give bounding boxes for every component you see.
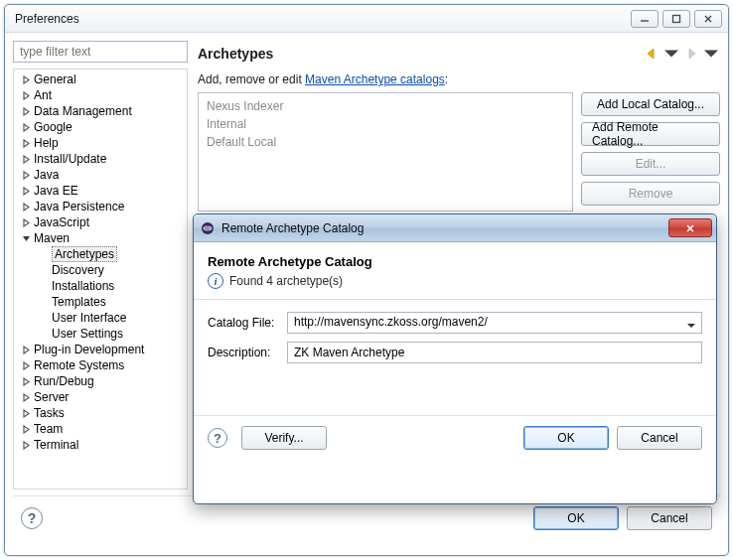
dialog-footer: ? Verify... OK Cancel [194, 415, 716, 450]
tree-item-label: Java Persistence [34, 200, 124, 213]
ok-button[interactable]: OK [533, 506, 619, 530]
tree-item-label: Templates [52, 295, 106, 309]
page-instruction: Add, remove or edit Maven Archetype cata… [198, 72, 720, 86]
tree-item-label: Run/Debug [34, 374, 94, 388]
tree-item-label: Installations [52, 279, 114, 293]
description-input[interactable] [287, 342, 702, 363]
tree-item[interactable]: Run/Debug [14, 373, 187, 389]
tree-expand-icon[interactable] [20, 153, 32, 165]
catalog-buttons: Add Local Catalog... Add Remote Catalog.… [581, 92, 720, 211]
tree-expand-icon[interactable] [20, 423, 32, 435]
tree-item-label: Team [34, 422, 63, 436]
add-remote-catalog-button[interactable]: Add Remote Catalog... [581, 122, 720, 146]
tree-item[interactable]: Team [14, 421, 187, 437]
add-local-catalog-button[interactable]: Add Local Catalog... [581, 92, 720, 116]
filter-input[interactable] [13, 41, 188, 63]
tree-item-label: General [34, 72, 76, 86]
dialog-close-button[interactable] [668, 218, 712, 237]
chevron-down-icon [687, 319, 695, 333]
cancel-button[interactable]: Cancel [627, 506, 712, 530]
edit-catalog-button: Edit... [581, 152, 720, 176]
tree-expand-icon[interactable] [20, 169, 32, 181]
page-nav [643, 45, 720, 63]
close-button[interactable] [694, 10, 722, 28]
tree-expand-icon[interactable] [20, 407, 32, 419]
tree-item[interactable]: Terminal [14, 437, 187, 453]
dialog-ok-button[interactable]: OK [523, 426, 609, 450]
tree-item[interactable]: Remote Systems [14, 357, 187, 373]
tree-item-label: Ant [34, 88, 52, 102]
remove-catalog-button: Remove [581, 182, 720, 206]
help-icon[interactable]: ? [21, 507, 43, 529]
tree-item-label: Server [34, 390, 69, 404]
tree-item[interactable]: Templates [32, 294, 187, 310]
tree-item[interactable]: Server [14, 389, 187, 405]
dialog-help-icon[interactable]: ? [208, 428, 227, 448]
eclipse-icon [200, 220, 216, 236]
tree-item[interactable]: User Settings [32, 326, 187, 342]
dialog-body: Remote Archetype Catalog i Found 4 arche… [194, 242, 716, 460]
instruction-suffix: : [445, 72, 448, 86]
description-label: Description: [208, 346, 287, 359]
tree-expand-icon[interactable] [20, 89, 32, 101]
tree-expand-icon[interactable] [20, 201, 32, 212]
tree-expand-icon[interactable] [20, 137, 32, 149]
dialog-heading: Remote Archetype Catalog [208, 254, 702, 269]
nav-fwd-menu-icon[interactable] [702, 45, 720, 63]
tree-item[interactable]: Ant [14, 87, 187, 103]
verify-button[interactable]: Verify... [241, 426, 327, 450]
tree-item-label: Data Management [34, 104, 132, 118]
tree-collapse-icon[interactable] [20, 232, 32, 244]
tree-item[interactable]: Java EE [14, 183, 187, 199]
tree-item[interactable]: Tasks [14, 405, 187, 421]
tree-item[interactable]: Discovery [32, 262, 187, 278]
catalog-file-label: Catalog File: [208, 316, 287, 330]
tree-item[interactable]: Java [14, 167, 187, 183]
nav-back-icon[interactable] [643, 45, 660, 63]
tree-item[interactable]: Java Persistence [14, 199, 187, 214]
tree-item[interactable]: General [14, 71, 187, 87]
tree-expand-icon[interactable] [20, 359, 32, 371]
tree-item[interactable]: User Interface [32, 310, 187, 326]
tree-expand-icon[interactable] [20, 375, 32, 387]
svg-rect-0 [673, 15, 680, 22]
tree-item-label: Install/Update [34, 152, 106, 166]
catalog-file-combo[interactable]: http://mavensync.zkoss.org/maven2/ [287, 312, 702, 334]
tree-item[interactable]: Installations [32, 278, 187, 294]
maven-catalogs-link[interactable]: Maven Archetype catalogs [305, 72, 445, 86]
tree-expand-icon[interactable] [20, 105, 32, 117]
dialog-titlebar: Remote Archetype Catalog [194, 214, 716, 242]
maximize-button[interactable] [662, 10, 690, 28]
tree-expand-icon[interactable] [20, 391, 32, 403]
preferences-left-pane: GeneralAntData ManagementGoogleHelpInsta… [13, 41, 188, 490]
dialog-cancel-button[interactable]: Cancel [617, 426, 702, 450]
catalog-list[interactable]: Nexus IndexerInternalDefault Local [198, 92, 573, 211]
tree-expand-icon[interactable] [20, 185, 32, 197]
tree-item[interactable]: Data Management [14, 103, 187, 119]
nav-back-menu-icon[interactable] [662, 45, 680, 63]
tree-item-label: Java [34, 168, 59, 182]
tree-item[interactable]: Archetypes [32, 246, 187, 262]
tree-item[interactable]: JavaScript [14, 214, 187, 230]
tree-expand-icon[interactable] [20, 344, 32, 355]
tree-item[interactable]: Google [14, 119, 187, 135]
tree-item[interactable]: MavenArchetypesDiscoveryInstallationsTem… [14, 230, 187, 342]
catalog-item[interactable]: Nexus Indexer [207, 99, 564, 117]
tree-expand-icon[interactable] [20, 121, 32, 133]
catalog-item[interactable]: Internal [207, 117, 564, 135]
dialog-status-text: Found 4 archetype(s) [229, 274, 343, 288]
window-controls [631, 10, 722, 28]
preferences-tree[interactable]: GeneralAntData ManagementGoogleHelpInsta… [13, 69, 188, 490]
catalog-item[interactable]: Default Local [207, 135, 564, 153]
tree-expand-icon[interactable] [20, 439, 32, 451]
minimize-button[interactable] [631, 10, 659, 28]
catalog-file-value: http://mavensync.zkoss.org/maven2/ [294, 315, 488, 329]
tree-item-label: JavaScript [34, 215, 89, 229]
tree-item[interactable]: Plug-in Development [14, 342, 187, 357]
tree-item[interactable]: Install/Update [14, 151, 187, 167]
tree-item-label: User Settings [52, 327, 123, 341]
tree-item-label: Maven [34, 231, 70, 245]
tree-item[interactable]: Help [14, 135, 187, 151]
tree-expand-icon[interactable] [20, 73, 32, 85]
tree-expand-icon[interactable] [20, 216, 32, 228]
